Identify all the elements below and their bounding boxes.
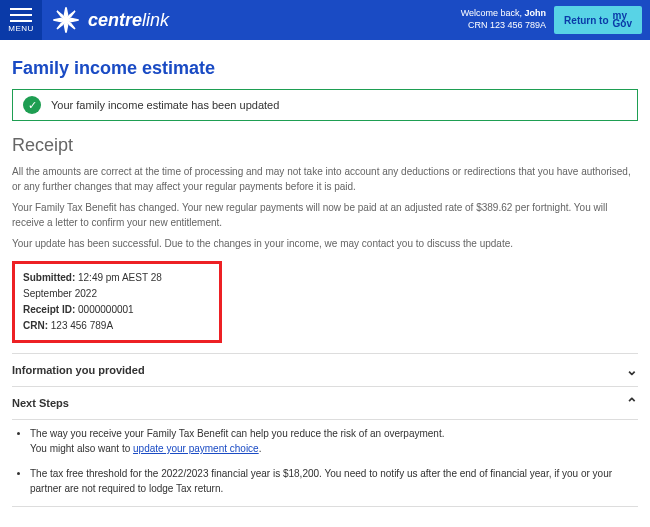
chevron-down-icon: ⌄ [626, 362, 638, 378]
hamburger-icon [10, 8, 32, 22]
welcome-text: Welcome back, John CRN 123 456 789A [461, 8, 546, 31]
receipt-heading: Receipt [12, 135, 638, 156]
success-alert: ✓ Your family income estimate has been u… [12, 89, 638, 121]
next-steps-list: The way you receive your Family Tax Bene… [12, 426, 638, 496]
menu-button[interactable]: MENU [0, 0, 42, 40]
receipt-para-3: Your update has been successful. Due to … [12, 236, 638, 251]
receipt-para-1: All the amounts are correct at the time … [12, 164, 638, 194]
header-right: Welcome back, John CRN 123 456 789A Retu… [461, 6, 650, 34]
success-message: Your family income estimate has been upd… [51, 99, 279, 111]
brand-logo: centrelink [52, 6, 169, 34]
accordion-title: Next Steps [12, 397, 69, 409]
menu-label: MENU [8, 24, 34, 33]
update-payment-choice-link[interactable]: update your payment choice [133, 443, 259, 454]
star-icon [52, 6, 80, 34]
app-header: MENU centrelink Welcome back, John CRN 1… [0, 0, 650, 40]
check-icon: ✓ [23, 96, 41, 114]
accordion-information-provided[interactable]: Information you provided ⌄ [12, 353, 638, 387]
list-item: The way you receive your Family Tax Bene… [30, 426, 638, 456]
chevron-up-icon: ⌃ [626, 395, 638, 411]
main-content: Family income estimate ✓ Your family inc… [0, 40, 650, 527]
receipt-para-2: Your Family Tax Benefit has changed. You… [12, 200, 638, 230]
mygov-logo: my Gov [613, 12, 632, 28]
page-title: Family income estimate [12, 58, 638, 79]
return-mygov-button[interactable]: Return to my Gov [554, 6, 642, 34]
brand-text: centrelink [88, 10, 169, 31]
receipt-details-box: Submitted: 12:49 pm AEST 28 September 20… [12, 261, 222, 343]
list-item: The tax free threshold for the 2022/2023… [30, 466, 638, 496]
accordion-next-steps[interactable]: Next Steps ⌃ [12, 387, 638, 420]
accordion-title: Information you provided [12, 364, 145, 376]
divider [12, 506, 638, 507]
